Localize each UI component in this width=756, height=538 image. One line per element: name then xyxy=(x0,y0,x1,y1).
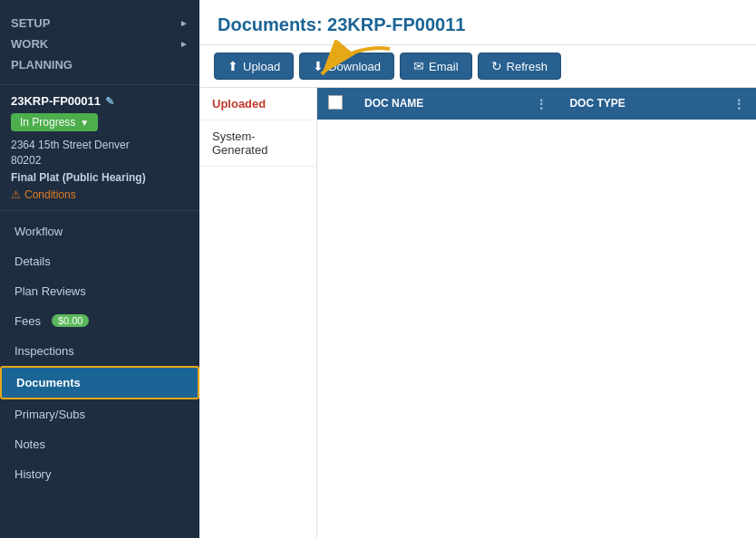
select-all-checkbox[interactable] xyxy=(328,95,343,110)
col-doc-name: DOC NAME ⋮ xyxy=(354,88,558,120)
tab-uploaded[interactable]: Uploaded xyxy=(199,88,316,120)
tab-uploaded-label: Uploaded xyxy=(212,97,266,110)
fees-label: Fees xyxy=(15,314,41,328)
doc-type-col-menu[interactable]: ⋮ xyxy=(732,97,745,111)
sidebar-top-planning[interactable]: PLANNING xyxy=(11,54,189,75)
sidebar-item-inspections[interactable]: Inspections xyxy=(0,336,199,366)
tab-system-generated[interactable]: System-Generated xyxy=(199,120,316,167)
main-header: Documents: 23KRP-FP00011 xyxy=(199,0,756,45)
fees-badge: $0.00 xyxy=(52,314,90,327)
download-button[interactable]: ⬇ Download xyxy=(299,53,394,80)
status-badge[interactable]: In Progress ▼ xyxy=(11,113,98,131)
upload-icon: ⬆ xyxy=(228,59,238,73)
page-title: Documents: 23KRP-FP00011 xyxy=(218,14,738,35)
upload-button[interactable]: ⬆ Upload xyxy=(214,53,294,80)
refresh-button[interactable]: ↻ Refresh xyxy=(478,53,562,80)
work-label: WORK xyxy=(11,37,48,51)
planning-label: PLANNING xyxy=(11,58,73,72)
col-doc-type-label: DOC TYPE xyxy=(569,97,625,110)
email-button[interactable]: ✉ Email xyxy=(400,53,472,80)
status-caret: ▼ xyxy=(80,118,89,128)
sidebar-item-history[interactable]: History xyxy=(0,459,199,489)
record-type: Final Plat (Public Hearing) xyxy=(11,171,189,184)
toolbar: ⬆ Upload ⬇ Download ✉ Email ↻ Refresh xyxy=(199,45,756,88)
details-label: Details xyxy=(15,255,51,268)
sidebar-top-setup[interactable]: SETUP ► xyxy=(11,13,189,34)
record-id-text: 23KRP-FP00011 xyxy=(11,94,101,108)
email-label: Email xyxy=(429,60,459,73)
download-icon: ⬇ xyxy=(313,59,324,73)
inspections-label: Inspections xyxy=(15,344,74,358)
email-icon: ✉ xyxy=(413,59,424,73)
refresh-icon: ↻ xyxy=(491,59,502,73)
record-address: 2364 15th Street Denver 80202 xyxy=(11,138,189,168)
sidebar-nav: Workflow Details Plan Reviews Fees $0.00… xyxy=(0,211,199,538)
tab-system-label: System-Generated xyxy=(212,130,267,157)
edit-icon[interactable]: ✎ xyxy=(105,95,114,108)
address-line1: 2364 15th Street Denver xyxy=(11,139,130,151)
setup-label: SETUP xyxy=(11,16,50,30)
sidebar-item-fees[interactable]: Fees $0.00 xyxy=(0,306,199,336)
download-label: Download xyxy=(328,60,381,73)
documents-table: DOC NAME ⋮ DOC TYPE ⋮ xyxy=(317,88,756,120)
documents-label: Documents xyxy=(16,376,81,389)
plan-reviews-label: Plan Reviews xyxy=(15,284,86,298)
col-checkbox xyxy=(317,88,354,120)
sidebar-item-workflow[interactable]: Workflow xyxy=(0,216,199,246)
sidebar: SETUP ► WORK ► PLANNING 23KRP-FP00011 ✎ … xyxy=(0,0,199,538)
conditions-link[interactable]: ⚠ Conditions xyxy=(11,188,189,201)
sidebar-item-details[interactable]: Details xyxy=(0,246,199,276)
doc-table-area: DOC NAME ⋮ DOC TYPE ⋮ xyxy=(317,88,756,538)
upload-label: Upload xyxy=(243,60,280,73)
refresh-label: Refresh xyxy=(507,60,548,73)
history-label: History xyxy=(15,467,51,481)
doc-content: Uploaded System-Generated DOC NAME ⋮ xyxy=(199,88,756,538)
address-line2: 80202 xyxy=(11,154,41,167)
primary-subs-label: Primary/Subs xyxy=(15,408,85,421)
sidebar-top-section: SETUP ► WORK ► PLANNING xyxy=(0,0,199,85)
sidebar-item-plan-reviews[interactable]: Plan Reviews xyxy=(0,276,199,306)
doc-name-col-menu[interactable]: ⋮ xyxy=(535,97,548,111)
warning-icon: ⚠ xyxy=(11,188,21,201)
conditions-label: Conditions xyxy=(24,188,76,201)
status-label: In Progress xyxy=(20,116,75,129)
setup-chevron: ► xyxy=(179,18,189,28)
sidebar-item-notes[interactable]: Notes xyxy=(0,429,199,459)
col-doc-name-label: DOC NAME xyxy=(364,97,423,110)
work-chevron: ► xyxy=(179,39,189,49)
sidebar-item-documents[interactable]: Documents xyxy=(0,366,199,399)
record-id: 23KRP-FP00011 ✎ xyxy=(11,94,189,108)
notes-label: Notes xyxy=(15,437,45,451)
sidebar-record-section: 23KRP-FP00011 ✎ In Progress ▼ 2364 15th … xyxy=(0,85,199,211)
main-content: Documents: 23KRP-FP00011 ⬆ Upload ⬇ Down… xyxy=(199,0,756,538)
doc-tabs-panel: Uploaded System-Generated xyxy=(199,88,317,538)
workflow-label: Workflow xyxy=(15,225,63,238)
sidebar-top-work[interactable]: WORK ► xyxy=(11,34,189,54)
sidebar-item-primary-subs[interactable]: Primary/Subs xyxy=(0,399,199,429)
col-doc-type: DOC TYPE ⋮ xyxy=(558,88,756,120)
